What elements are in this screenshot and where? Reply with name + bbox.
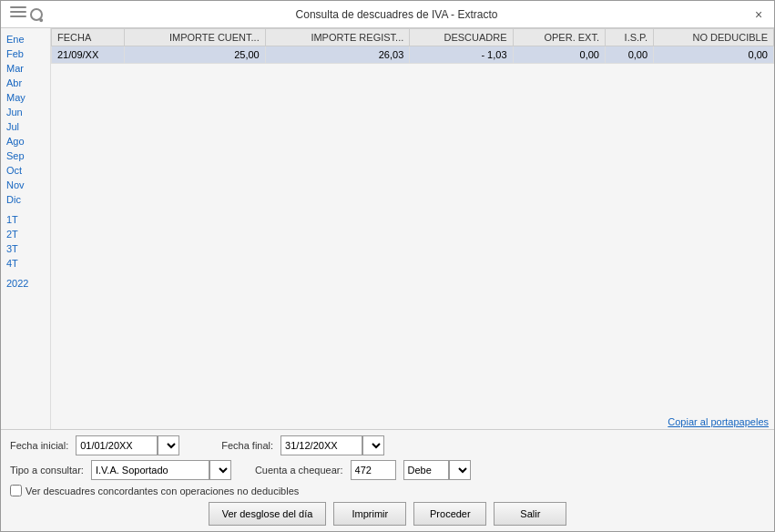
sidebar-month-abr[interactable]: Abr [1, 76, 50, 90]
fecha-inicial-input[interactable] [76, 435, 158, 455]
sidebar-month-oct[interactable]: Oct [1, 163, 50, 178]
sidebar-month-dic[interactable]: Dic [1, 192, 50, 207]
table-header-i-s-p-: I.S.P. [605, 29, 653, 46]
main-panel: FECHAIMPORTE CUENT...IMPORTE REGIST...DE… [51, 28, 774, 429]
table-header-no-deducible: NO DEDUCIBLE [654, 29, 774, 46]
tipo-input[interactable] [91, 460, 209, 480]
content-area: EneFebMarAbrMayJunJulAgoSepOctNovDic 1T2… [1, 28, 774, 429]
sidebar-quarter-3t[interactable]: 3T [1, 241, 50, 256]
fecha-inicial-wrapper: ▼ [76, 435, 179, 455]
cuenta-label: Cuenta a chequear: [255, 465, 343, 476]
checkbox-label: Ver descuadres concordantes con operacio… [25, 486, 299, 496]
sidebar-month-jul[interactable]: Jul [1, 119, 50, 134]
sidebar-month-jun[interactable]: Jun [1, 105, 50, 119]
salir-button[interactable]: Salir [494, 502, 566, 526]
title-bar-left: ● [8, 4, 43, 26]
title-bar: ● Consulta de descuadres de IVA - Extrac… [1, 1, 774, 28]
sidebar-month-may[interactable]: May [1, 90, 50, 105]
fecha-inicial-dropdown[interactable]: ▼ [158, 435, 179, 455]
table-header-descuadre: DESCUADRE [410, 29, 513, 46]
fecha-inicial-label: Fecha inicial: [10, 440, 68, 451]
bottom-panel: Fecha inicial: ▼ Fecha final: ▼ Tipo a c… [1, 429, 774, 531]
table-row[interactable]: 21/09/XX25,0026,03- 1,030,000,000,00 [52, 46, 774, 64]
table-cell-3: - 1,03 [410, 46, 513, 64]
sidebar-month-mar[interactable]: Mar [1, 61, 50, 76]
cuenta-input[interactable] [351, 460, 396, 480]
table-cell-2: 26,03 [265, 46, 410, 64]
tipo-row: Tipo a consultar: ▼ Cuenta a chequear: ▼ [10, 460, 765, 480]
sidebar-month-ene[interactable]: Ene [1, 32, 50, 46]
sidebar-quarter-4t[interactable]: 4T [1, 256, 50, 271]
copy-to-clipboard-link[interactable]: Copiar al portapapeles [51, 414, 774, 429]
table-area: FECHAIMPORTE CUENT...IMPORTE REGIST...DE… [51, 28, 774, 414]
fecha-final-dropdown[interactable]: ▼ [362, 435, 384, 455]
imprimir-button[interactable]: Imprimir [333, 502, 406, 526]
tipo-dropdown[interactable]: ▼ [209, 460, 231, 480]
close-button[interactable]: × [750, 6, 767, 23]
ver-desglose-button[interactable]: Ver desglose del día [209, 502, 327, 526]
sidebar-quarter-2t[interactable]: 2T [1, 227, 50, 241]
tipo-label: Tipo a consultar: [10, 465, 84, 476]
table-cell-4: 0,00 [513, 46, 605, 64]
table-header-importe-cuent---: IMPORTE CUENT... [125, 29, 265, 46]
table-header-fecha: FECHA [52, 29, 125, 46]
button-row: Ver desglose del día Imprimir Proceder S… [10, 502, 765, 526]
fecha-final-input[interactable] [280, 435, 362, 455]
data-table: FECHAIMPORTE CUENT...IMPORTE REGIST...DE… [51, 28, 774, 64]
checkbox-row: Ver descuadres concordantes con operacio… [10, 485, 765, 496]
sidebar-quarter-1t[interactable]: 1T [1, 212, 50, 227]
table-cell-5: 0,00 [605, 46, 653, 64]
window-title: Consulta de descuadres de IVA - Extracto [43, 8, 750, 21]
fecha-final-wrapper: ▼ [280, 435, 384, 455]
table-cell-6: 0,00 [654, 46, 774, 64]
date-row: Fecha inicial: ▼ Fecha final: ▼ [10, 435, 765, 455]
sidebar-month-sep[interactable]: Sep [1, 148, 50, 163]
sidebar: EneFebMarAbrMayJunJulAgoSepOctNovDic 1T2… [1, 28, 51, 429]
sidebar-month-nov[interactable]: Nov [1, 178, 50, 192]
main-window: ● Consulta de descuadres de IVA - Extrac… [0, 0, 775, 532]
table-header-oper--ext-: OPER. EXT. [513, 29, 605, 46]
sidebar-month-ago[interactable]: Ago [1, 134, 50, 148]
ver-descuadres-checkbox[interactable] [10, 485, 22, 496]
table-header-importe-regist---: IMPORTE REGIST... [265, 29, 410, 46]
sidebar-month-feb[interactable]: Feb [1, 46, 50, 61]
proceder-button[interactable]: Proceder [413, 502, 486, 526]
fecha-final-label: Fecha final: [221, 440, 273, 451]
debe-wrapper: ▼ [403, 460, 471, 480]
debe-input[interactable] [403, 460, 449, 480]
app-icon: ● [8, 4, 43, 26]
sidebar-year[interactable]: 2022 [1, 276, 50, 291]
debe-dropdown[interactable]: ▼ [449, 460, 471, 480]
table-cell-0: 21/09/XX [52, 46, 125, 64]
tipo-wrapper: ▼ [91, 460, 231, 480]
table-cell-1: 25,00 [125, 46, 265, 64]
